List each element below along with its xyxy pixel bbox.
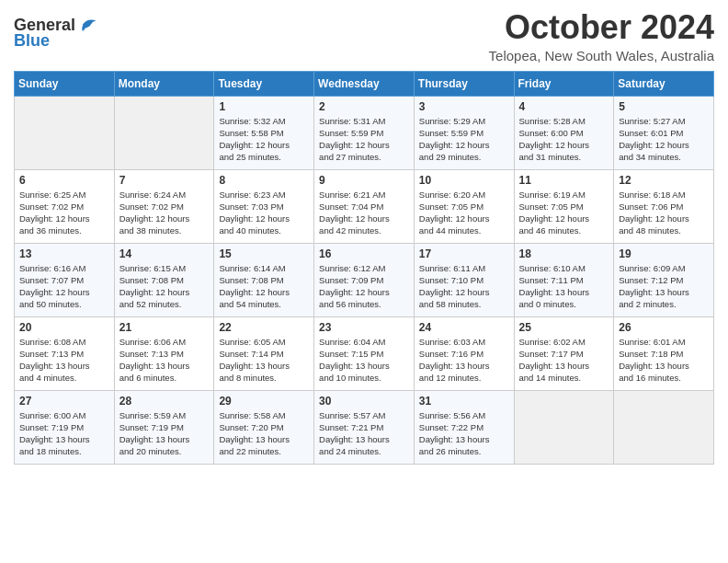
weekday-header: Wednesday xyxy=(314,71,415,96)
weekday-header: Sunday xyxy=(15,71,115,96)
logo: General Blue xyxy=(14,15,97,51)
day-number: 1 xyxy=(219,100,309,113)
calendar-cell: 4Sunrise: 5:28 AM Sunset: 6:00 PM Daylig… xyxy=(514,96,614,169)
day-number: 18 xyxy=(519,247,609,260)
day-info: Sunrise: 6:03 AM Sunset: 7:16 PM Dayligh… xyxy=(419,336,509,385)
day-number: 15 xyxy=(219,247,309,260)
calendar-week-row: 1Sunrise: 5:32 AM Sunset: 5:58 PM Daylig… xyxy=(15,96,714,169)
calendar-cell: 2Sunrise: 5:31 AM Sunset: 5:59 PM Daylig… xyxy=(314,96,415,169)
day-info: Sunrise: 6:16 AM Sunset: 7:07 PM Dayligh… xyxy=(19,262,109,311)
calendar-cell: 9Sunrise: 6:21 AM Sunset: 7:04 PM Daylig… xyxy=(314,169,415,243)
day-number: 10 xyxy=(419,174,509,187)
month-title: October 2024 xyxy=(489,9,714,46)
day-number: 31 xyxy=(419,395,509,408)
calendar-cell: 10Sunrise: 6:20 AM Sunset: 7:05 PM Dayli… xyxy=(414,169,514,243)
calendar-cell: 7Sunrise: 6:24 AM Sunset: 7:02 PM Daylig… xyxy=(114,169,214,243)
calendar-cell: 29Sunrise: 5:58 AM Sunset: 7:20 PM Dayli… xyxy=(214,390,314,464)
day-number: 6 xyxy=(19,174,109,187)
day-info: Sunrise: 6:19 AM Sunset: 7:05 PM Dayligh… xyxy=(519,189,609,237)
day-number: 23 xyxy=(319,321,409,334)
day-info: Sunrise: 5:27 AM Sunset: 6:01 PM Dayligh… xyxy=(619,115,709,164)
day-info: Sunrise: 6:00 AM Sunset: 7:19 PM Dayligh… xyxy=(19,409,109,458)
day-number: 16 xyxy=(319,247,409,260)
day-number: 13 xyxy=(19,247,109,260)
calendar-week-row: 27Sunrise: 6:00 AM Sunset: 7:19 PM Dayli… xyxy=(15,390,714,464)
day-number: 30 xyxy=(319,395,409,408)
calendar-cell xyxy=(15,96,115,169)
day-number: 20 xyxy=(19,321,109,334)
calendar-cell: 12Sunrise: 6:18 AM Sunset: 7:06 PM Dayli… xyxy=(614,169,714,243)
calendar-table: SundayMondayTuesdayWednesdayThursdayFrid… xyxy=(14,71,714,465)
day-number: 19 xyxy=(619,247,709,260)
calendar-cell: 28Sunrise: 5:59 AM Sunset: 7:19 PM Dayli… xyxy=(114,390,214,464)
day-info: Sunrise: 6:10 AM Sunset: 7:11 PM Dayligh… xyxy=(519,262,609,311)
calendar-week-row: 20Sunrise: 6:08 AM Sunset: 7:13 PM Dayli… xyxy=(15,316,714,390)
calendar-cell: 13Sunrise: 6:16 AM Sunset: 7:07 PM Dayli… xyxy=(15,243,115,316)
day-info: Sunrise: 6:04 AM Sunset: 7:15 PM Dayligh… xyxy=(319,336,409,385)
day-number: 29 xyxy=(219,395,309,408)
day-info: Sunrise: 6:25 AM Sunset: 7:02 PM Dayligh… xyxy=(19,189,109,237)
day-info: Sunrise: 6:15 AM Sunset: 7:08 PM Dayligh… xyxy=(119,262,210,311)
day-info: Sunrise: 5:28 AM Sunset: 6:00 PM Dayligh… xyxy=(519,115,609,164)
day-info: Sunrise: 6:12 AM Sunset: 7:09 PM Dayligh… xyxy=(319,262,409,311)
day-number: 9 xyxy=(319,174,409,187)
calendar-cell: 1Sunrise: 5:32 AM Sunset: 5:58 PM Daylig… xyxy=(214,96,314,169)
day-number: 24 xyxy=(419,321,509,334)
day-number: 25 xyxy=(519,321,609,334)
location: Telopea, New South Wales, Australia xyxy=(489,48,714,63)
calendar-cell: 26Sunrise: 6:01 AM Sunset: 7:18 PM Dayli… xyxy=(614,316,714,390)
day-number: 21 xyxy=(119,321,210,334)
day-info: Sunrise: 5:31 AM Sunset: 5:59 PM Dayligh… xyxy=(319,115,409,164)
calendar-cell: 5Sunrise: 5:27 AM Sunset: 6:01 PM Daylig… xyxy=(614,96,714,169)
calendar-cell: 20Sunrise: 6:08 AM Sunset: 7:13 PM Dayli… xyxy=(15,316,115,390)
calendar-cell: 23Sunrise: 6:04 AM Sunset: 7:15 PM Dayli… xyxy=(314,316,415,390)
day-info: Sunrise: 5:29 AM Sunset: 5:59 PM Dayligh… xyxy=(419,115,509,164)
day-info: Sunrise: 6:14 AM Sunset: 7:08 PM Dayligh… xyxy=(219,262,309,311)
calendar-cell: 3Sunrise: 5:29 AM Sunset: 5:59 PM Daylig… xyxy=(414,96,514,169)
day-info: Sunrise: 6:05 AM Sunset: 7:14 PM Dayligh… xyxy=(219,336,309,385)
day-number: 26 xyxy=(619,321,709,334)
calendar-cell: 24Sunrise: 6:03 AM Sunset: 7:16 PM Dayli… xyxy=(414,316,514,390)
day-number: 22 xyxy=(219,321,309,334)
weekday-header: Friday xyxy=(514,71,614,96)
weekday-header: Monday xyxy=(114,71,214,96)
calendar-cell: 6Sunrise: 6:25 AM Sunset: 7:02 PM Daylig… xyxy=(15,169,115,243)
calendar-cell xyxy=(514,390,614,464)
day-number: 8 xyxy=(219,174,309,187)
day-number: 5 xyxy=(619,100,709,113)
day-info: Sunrise: 5:57 AM Sunset: 7:21 PM Dayligh… xyxy=(319,409,409,458)
day-info: Sunrise: 5:59 AM Sunset: 7:19 PM Dayligh… xyxy=(119,409,210,458)
day-info: Sunrise: 5:56 AM Sunset: 7:22 PM Dayligh… xyxy=(419,409,509,458)
calendar-cell: 8Sunrise: 6:23 AM Sunset: 7:03 PM Daylig… xyxy=(214,169,314,243)
day-info: Sunrise: 6:09 AM Sunset: 7:12 PM Dayligh… xyxy=(619,262,709,311)
day-info: Sunrise: 6:24 AM Sunset: 7:02 PM Dayligh… xyxy=(119,189,210,237)
day-info: Sunrise: 6:18 AM Sunset: 7:06 PM Dayligh… xyxy=(619,189,709,237)
day-info: Sunrise: 6:01 AM Sunset: 7:18 PM Dayligh… xyxy=(619,336,709,385)
logo-bird-icon xyxy=(77,15,97,35)
calendar-cell: 25Sunrise: 6:02 AM Sunset: 7:17 PM Dayli… xyxy=(514,316,614,390)
day-number: 12 xyxy=(619,174,709,187)
day-info: Sunrise: 5:32 AM Sunset: 5:58 PM Dayligh… xyxy=(219,115,309,164)
day-number: 27 xyxy=(19,395,109,408)
day-number: 14 xyxy=(119,247,210,260)
calendar-cell: 14Sunrise: 6:15 AM Sunset: 7:08 PM Dayli… xyxy=(114,243,214,316)
day-info: Sunrise: 6:08 AM Sunset: 7:13 PM Dayligh… xyxy=(19,336,109,385)
day-number: 2 xyxy=(319,100,409,113)
calendar-cell: 27Sunrise: 6:00 AM Sunset: 7:19 PM Dayli… xyxy=(15,390,115,464)
calendar-cell: 18Sunrise: 6:10 AM Sunset: 7:11 PM Dayli… xyxy=(514,243,614,316)
day-info: Sunrise: 6:11 AM Sunset: 7:10 PM Dayligh… xyxy=(419,262,509,311)
day-info: Sunrise: 6:23 AM Sunset: 7:03 PM Dayligh… xyxy=(219,189,309,237)
day-info: Sunrise: 6:21 AM Sunset: 7:04 PM Dayligh… xyxy=(319,189,409,237)
weekday-header: Thursday xyxy=(414,71,514,96)
calendar-cell: 31Sunrise: 5:56 AM Sunset: 7:22 PM Dayli… xyxy=(414,390,514,464)
calendar-cell: 17Sunrise: 6:11 AM Sunset: 7:10 PM Dayli… xyxy=(414,243,514,316)
calendar-week-row: 6Sunrise: 6:25 AM Sunset: 7:02 PM Daylig… xyxy=(15,169,714,243)
day-info: Sunrise: 6:20 AM Sunset: 7:05 PM Dayligh… xyxy=(419,189,509,237)
weekday-header-row: SundayMondayTuesdayWednesdayThursdayFrid… xyxy=(15,71,714,96)
calendar-week-row: 13Sunrise: 6:16 AM Sunset: 7:07 PM Dayli… xyxy=(15,243,714,316)
day-number: 28 xyxy=(119,395,210,408)
weekday-header: Saturday xyxy=(614,71,714,96)
day-number: 11 xyxy=(519,174,609,187)
day-info: Sunrise: 6:02 AM Sunset: 7:17 PM Dayligh… xyxy=(519,336,609,385)
calendar-cell: 15Sunrise: 6:14 AM Sunset: 7:08 PM Dayli… xyxy=(214,243,314,316)
